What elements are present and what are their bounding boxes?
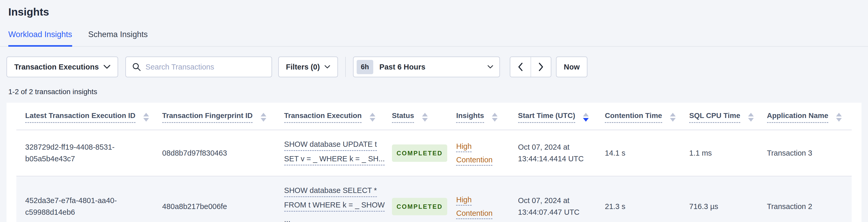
cell-execution-id: 452da3e7-e7fa-4801-aa40-c59988d14eb6 bbox=[17, 176, 153, 222]
results-summary: 1-2 of 2 transaction insights bbox=[8, 88, 868, 96]
statement-link[interactable]: SHOW database UPDATE t bbox=[284, 138, 377, 151]
start-time-clock: 13:44:07.447 UTC bbox=[518, 207, 591, 218]
cell-fingerprint-id: 480a8b217be006fe bbox=[153, 176, 275, 222]
sort-icon[interactable] bbox=[748, 113, 754, 122]
column-label: Application Name bbox=[767, 112, 828, 123]
cell-status: COMPLETED bbox=[383, 176, 447, 222]
column-label: Status bbox=[392, 112, 414, 123]
time-range-label: Past 6 Hours bbox=[379, 63, 488, 71]
next-range-button[interactable] bbox=[531, 57, 551, 77]
execution-type-dropdown[interactable]: Transaction Executions bbox=[6, 57, 118, 77]
chevron-down-icon bbox=[324, 65, 330, 69]
sort-icon[interactable] bbox=[670, 113, 676, 122]
cell-transaction-execution: SHOW database SELECT * FROM t WHERE k = … bbox=[275, 176, 383, 222]
cell-execution-id: 328729d2-ff19-4408-8531-b05a5b4e43c7 bbox=[17, 130, 153, 176]
column-label: Contention Time bbox=[605, 112, 662, 123]
cell-start-time: Oct 07, 2024 at 13:44:07.447 UTC bbox=[509, 176, 596, 222]
cell-start-time: Oct 07, 2024 at 13:44:14.4414 UTC bbox=[509, 130, 596, 176]
search-input[interactable] bbox=[146, 63, 265, 71]
table-row: 328729d2-ff19-4408-8531-b05a5b4e43c7 08d… bbox=[17, 130, 851, 176]
time-range-arrows bbox=[510, 57, 551, 77]
time-range-dropdown[interactable]: 6h Past 6 Hours bbox=[353, 57, 500, 77]
sort-icon[interactable] bbox=[492, 113, 498, 122]
table-header-row: Latest Transaction Execution ID Transact… bbox=[17, 103, 851, 130]
search-icon bbox=[132, 63, 141, 71]
column-header-contention-time[interactable]: Contention Time bbox=[596, 103, 680, 130]
column-header-sql-cpu-time[interactable]: SQL CPU Time bbox=[680, 103, 758, 130]
filters-dropdown[interactable]: Filters (0) bbox=[278, 57, 338, 77]
now-button[interactable]: Now bbox=[556, 57, 587, 77]
filters-label: Filters (0) bbox=[286, 63, 320, 71]
status-badge: COMPLETED bbox=[392, 198, 447, 215]
tab-schema-insights[interactable]: Schema Insights bbox=[88, 30, 148, 47]
cell-application-name: Transaction 3 bbox=[758, 130, 851, 176]
tab-bar: Workload Insights Schema Insights bbox=[0, 30, 868, 47]
chevron-down-icon bbox=[103, 65, 110, 69]
cell-sql-cpu-time: 1.1 ms bbox=[680, 130, 758, 176]
insight-link[interactable]: High Contention bbox=[456, 195, 492, 217]
cell-insights: High Contention bbox=[447, 130, 509, 176]
cell-sql-cpu-time: 716.3 µs bbox=[680, 176, 758, 222]
insights-table-card: Latest Transaction Execution ID Transact… bbox=[6, 103, 862, 222]
start-time-date: Oct 07, 2024 at bbox=[518, 141, 591, 153]
cell-application-name: Transaction 2 bbox=[758, 176, 851, 222]
transaction-insights-table: Latest Transaction Execution ID Transact… bbox=[17, 103, 851, 222]
time-range-badge: 6h bbox=[356, 60, 373, 74]
column-header-application-name[interactable]: Application Name bbox=[758, 103, 851, 130]
statement-link[interactable]: ... bbox=[284, 214, 290, 222]
column-header-insights[interactable]: Insights bbox=[447, 103, 509, 130]
tab-workload-insights[interactable]: Workload Insights bbox=[8, 30, 72, 47]
column-header-status[interactable]: Status bbox=[383, 103, 447, 130]
column-header-latest-execution-id[interactable]: Latest Transaction Execution ID bbox=[17, 103, 153, 130]
chevron-down-icon bbox=[488, 65, 493, 69]
column-header-transaction-execution[interactable]: Transaction Execution bbox=[275, 103, 383, 130]
column-label: Latest Transaction Execution ID bbox=[25, 112, 135, 123]
statement-link[interactable]: SHOW database SELECT * bbox=[284, 185, 377, 197]
start-time-date: Oct 07, 2024 at bbox=[518, 195, 591, 207]
start-time-clock: 13:44:14.4414 UTC bbox=[518, 153, 591, 165]
toolbar-divider bbox=[345, 57, 346, 77]
toolbar: Transaction Executions Filters (0) 6h Pa… bbox=[6, 57, 868, 77]
sort-icon[interactable] bbox=[143, 113, 149, 122]
table-row: 452da3e7-e7fa-4801-aa40-c59988d14eb6 480… bbox=[17, 176, 851, 222]
cell-contention-time: 14.1 s bbox=[596, 130, 680, 176]
sort-icon-descending-active[interactable] bbox=[583, 113, 589, 122]
page-title: Insights bbox=[0, 0, 868, 18]
execution-type-label: Transaction Executions bbox=[14, 63, 99, 71]
column-header-start-time[interactable]: Start Time (UTC) bbox=[509, 103, 596, 130]
cell-fingerprint-id: 08d8b7d97f830463 bbox=[153, 130, 275, 176]
column-label: Transaction Fingerprint ID bbox=[162, 112, 253, 123]
now-label: Now bbox=[564, 63, 580, 71]
column-label: SQL CPU Time bbox=[689, 112, 740, 123]
sort-icon[interactable] bbox=[370, 113, 375, 122]
column-label: Transaction Execution bbox=[284, 112, 362, 123]
sort-icon[interactable] bbox=[260, 113, 266, 122]
sort-icon[interactable] bbox=[836, 113, 842, 122]
sort-icon[interactable] bbox=[422, 113, 428, 122]
search-box[interactable] bbox=[125, 57, 272, 77]
column-label: Start Time (UTC) bbox=[518, 112, 575, 123]
previous-range-button[interactable] bbox=[510, 57, 531, 77]
statement-link[interactable]: SET v = _ WHERE k = _ SH... bbox=[284, 153, 385, 165]
cell-contention-time: 21.3 s bbox=[596, 176, 680, 222]
statement-link[interactable]: FROM t WHERE k = _ SHOW bbox=[284, 199, 385, 212]
status-badge: COMPLETED bbox=[392, 145, 447, 162]
cell-insights: High Contention bbox=[447, 176, 509, 222]
column-label: Insights bbox=[456, 112, 484, 123]
insight-link[interactable]: High Contention bbox=[456, 142, 492, 164]
cell-transaction-execution: SHOW database UPDATE t SET v = _ WHERE k… bbox=[275, 130, 383, 176]
column-header-fingerprint-id[interactable]: Transaction Fingerprint ID bbox=[153, 103, 275, 130]
cell-status: COMPLETED bbox=[383, 130, 447, 176]
